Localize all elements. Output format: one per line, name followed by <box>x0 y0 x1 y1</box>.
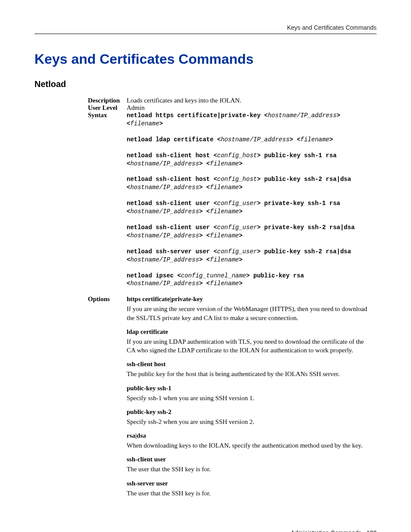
value-userlevel: Admin <box>127 104 368 112</box>
option-body: The user that the SSH key is for. <box>127 465 368 473</box>
option-body: If you are using the secure version of t… <box>127 305 368 322</box>
syntax-line: netload ssh-client host <config_host> pu… <box>127 175 368 192</box>
syntax-line: netload ssh-server user <config_user> pu… <box>127 248 368 264</box>
section-title: Netload <box>34 79 377 89</box>
page-footer: Administration Commands 133 <box>34 529 377 532</box>
syntax-line: netload ssh-client host <config_host> pu… <box>127 152 368 168</box>
option-label: ldap certificate <box>127 328 368 336</box>
option-body: If you are using LDAP authentication wit… <box>127 337 368 355</box>
value-description: Loads certificates and keys into the IOL… <box>127 97 368 104</box>
running-header: Keys and Certificates Commands <box>34 24 377 34</box>
option-body: Specify ssh-1 when you are using SSH ver… <box>127 394 368 402</box>
label-syntax: Syntax <box>88 112 127 296</box>
option-label: ssh-client user <box>127 456 368 463</box>
option-body: Specify ssh-2 when you are using SSH ver… <box>127 417 368 426</box>
label-description: Description <box>88 97 127 104</box>
header-rule <box>34 34 377 34</box>
syntax-line: netload ipsec <config_tunnel_name> publi… <box>127 272 368 288</box>
footer-section: Administration Commands <box>291 529 361 532</box>
label-userlevel: User Level <box>88 104 127 112</box>
option-label: ssh-client host <box>127 361 368 368</box>
command-definition: Description Loads certificates and keys … <box>88 97 368 504</box>
syntax-line: netload ldap certificate <hostname/IP_ad… <box>127 136 368 144</box>
option-body: The public key for the host that is bein… <box>127 370 368 378</box>
option-label: public-key ssh-2 <box>127 408 368 416</box>
option-body: The user that the SSH key is for. <box>127 489 368 498</box>
option-label: rsa|dsa <box>127 432 368 439</box>
option-label: public-key ssh-1 <box>127 385 368 392</box>
syntax-list: netload https certificate|private-key <h… <box>127 112 368 296</box>
option-body: When downloading keys to the IOLAN, spec… <box>127 441 368 450</box>
label-options: Options <box>88 296 127 504</box>
syntax-line: netload https certificate|private-key <h… <box>127 112 368 128</box>
page-title: Keys and Certificates Commands <box>34 51 377 67</box>
syntax-line: netload ssh-client user <config_user> pr… <box>127 224 368 240</box>
option-label: https certificate|private-key <box>127 296 368 303</box>
options-list: https certificate|private-keyIf you are … <box>127 296 368 504</box>
option-label: ssh-server user <box>127 480 368 487</box>
footer-page-number: 133 <box>367 529 377 532</box>
syntax-line: netload ssh-client user <config_user> pr… <box>127 199 368 216</box>
